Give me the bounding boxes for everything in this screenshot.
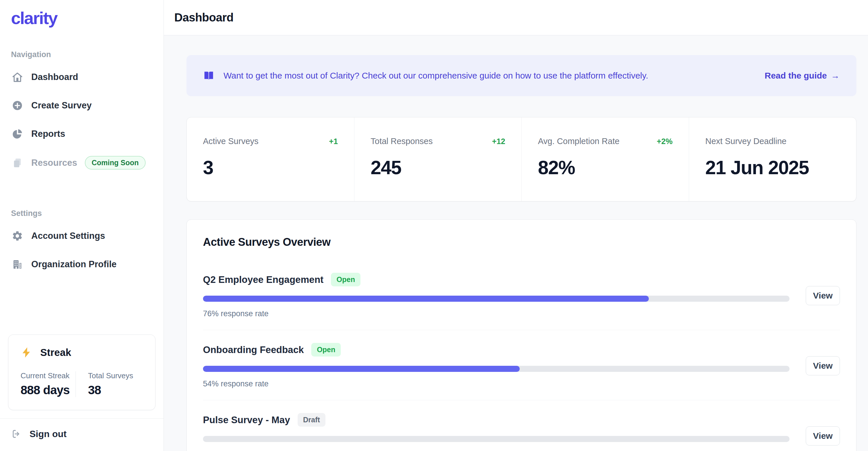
progress-track	[203, 436, 789, 442]
view-button[interactable]: View	[806, 286, 840, 305]
settings-section-label: Settings	[11, 209, 153, 218]
survey-list: Q2 Employee Engagement Open 76% response…	[203, 260, 840, 451]
sidebar-spacer	[0, 282, 163, 335]
survey-row-q2-employee-engagement: Q2 Employee Engagement Open 76% response…	[203, 260, 840, 330]
current-streak-label: Current Streak	[21, 371, 75, 380]
read-guide-link[interactable]: Read the guide →	[765, 71, 840, 81]
lightning-bolt-icon	[21, 346, 33, 359]
sidebar-item-account-settings[interactable]: Account Settings	[0, 225, 163, 246]
building-icon	[11, 258, 24, 271]
banner-text: Want to get the most out of Clarity? Che…	[223, 71, 765, 81]
sidebar-item-resources[interactable]: Resources Coming Soon	[0, 152, 163, 174]
pie-chart-icon	[11, 128, 24, 140]
total-surveys-stat: Total Surveys 38	[75, 371, 143, 397]
progress-fill	[203, 366, 520, 372]
sidebar-item-dashboard[interactable]: Dashboard	[0, 67, 163, 87]
active-surveys-overview-card: Active Surveys Overview Q2 Employee Enga…	[186, 219, 857, 451]
current-streak-value: 888 days	[21, 383, 75, 397]
stat-avg-completion-rate: Avg. Completion Rate +2% 82%	[521, 117, 689, 201]
documents-icon	[11, 157, 24, 169]
plus-circle-icon	[11, 99, 24, 112]
survey-name: Pulse Survey - May	[203, 415, 290, 425]
content: Want to get the most out of Clarity? Che…	[164, 35, 868, 451]
view-button[interactable]: View	[806, 426, 840, 446]
status-badge: Open	[331, 273, 361, 286]
stat-label: Avg. Completion Rate	[538, 137, 620, 146]
sidebar: clarity Navigation Dashboard Create Surv…	[0, 0, 164, 451]
sidebar-item-label: Dashboard	[31, 72, 78, 82]
sidebar-item-label: Account Settings	[31, 231, 105, 241]
coming-soon-badge: Coming Soon	[85, 156, 146, 170]
stat-label: Next Survey Deadline	[705, 137, 786, 146]
arrow-right-icon: →	[831, 71, 840, 81]
sidebar-item-label: Reports	[31, 129, 65, 139]
sidebar-item-label: Resources	[31, 158, 77, 168]
home-icon	[11, 71, 24, 83]
stat-value: 82%	[538, 157, 673, 178]
view-button[interactable]: View	[806, 356, 840, 375]
sign-out-button[interactable]: Sign out	[0, 418, 163, 451]
stat-label: Active Surveys	[203, 137, 258, 146]
clarity-logo: clarity	[0, 0, 163, 28]
top-bar: Dashboard	[164, 0, 868, 35]
streak-title: Streak	[40, 347, 71, 358]
sidebar-item-reports[interactable]: Reports	[0, 123, 163, 144]
status-badge: Open	[311, 343, 341, 357]
stat-value: 245	[371, 157, 505, 178]
guide-banner: Want to get the most out of Clarity? Che…	[186, 55, 857, 96]
main-area: Dashboard Want to get the most out of Cl…	[164, 0, 868, 451]
stat-value: 21 Jun 2025	[705, 157, 840, 178]
sidebar-item-create-survey[interactable]: Create Survey	[0, 95, 163, 116]
sign-out-label: Sign out	[30, 429, 67, 440]
stat-delta: +2%	[657, 137, 673, 146]
status-badge: Draft	[298, 413, 326, 427]
response-rate-text: 0% response rate	[203, 450, 789, 451]
stats-row: Active Surveys +1 3 Total Responses +12 …	[186, 117, 857, 201]
survey-name: Q2 Employee Engagement	[203, 274, 323, 285]
stat-active-surveys: Active Surveys +1 3	[187, 117, 354, 201]
gear-icon	[11, 230, 24, 242]
current-streak-stat: Current Streak 888 days	[21, 371, 75, 397]
stat-delta: +1	[329, 137, 338, 146]
response-rate-text: 54% response rate	[203, 379, 789, 388]
stat-value: 3	[203, 157, 338, 178]
logout-icon	[11, 428, 22, 440]
sidebar-item-label: Organization Profile	[31, 259, 117, 270]
stat-delta: +12	[492, 137, 505, 146]
response-rate-text: 76% response rate	[203, 309, 789, 318]
streak-card: Streak Current Streak 888 days Total Sur…	[8, 335, 155, 410]
survey-row-pulse-survey-may: Pulse Survey - May Draft 0% response rat…	[203, 400, 840, 451]
progress-fill	[203, 295, 649, 302]
sidebar-item-organization-profile[interactable]: Organization Profile	[0, 254, 163, 275]
progress-track	[203, 295, 789, 302]
read-guide-label: Read the guide	[765, 71, 827, 81]
sidebar-item-label: Create Survey	[31, 100, 92, 111]
page-title: Dashboard	[174, 11, 234, 24]
stat-total-responses: Total Responses +12 245	[354, 117, 521, 201]
total-surveys-value: 38	[88, 383, 143, 397]
survey-row-onboarding-feedback: Onboarding Feedback Open 54% response ra…	[203, 330, 840, 400]
stat-label: Total Responses	[371, 137, 433, 146]
progress-track	[203, 366, 789, 372]
overview-title: Active Surveys Overview	[203, 236, 840, 248]
total-surveys-label: Total Surveys	[88, 371, 143, 380]
survey-name: Onboarding Feedback	[203, 344, 304, 355]
stat-next-survey-deadline: Next Survey Deadline 21 Jun 2025	[689, 117, 856, 201]
open-book-icon	[203, 69, 215, 82]
nav-section-label: Navigation	[11, 50, 153, 59]
